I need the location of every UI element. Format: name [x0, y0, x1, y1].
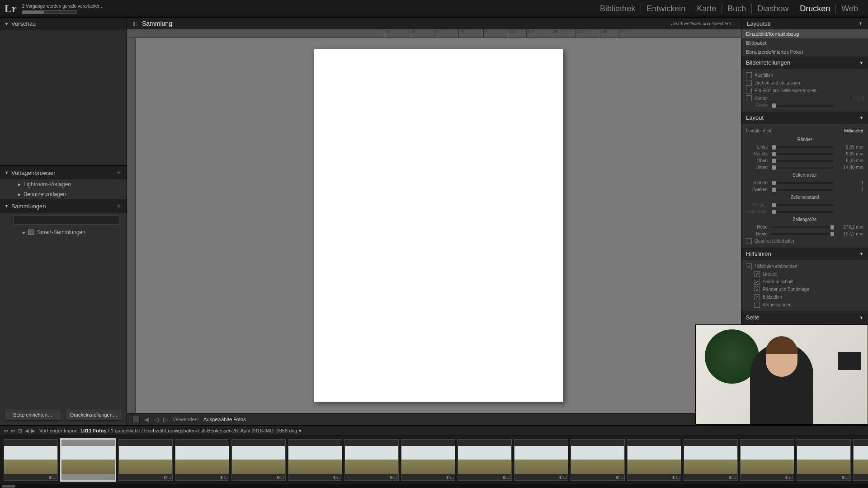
- progress-indicator: 2 Vorgänge werden gerade verarbeitet…: [22, 4, 104, 14]
- module-book[interactable]: Buch: [722, 4, 751, 14]
- module-map[interactable]: Karte: [691, 4, 722, 14]
- rows-slider[interactable]: [770, 182, 834, 184]
- use-label: Verwenden:: [173, 417, 199, 422]
- create-saved-print-button[interactable]: Druck erstellen und speichern…: [671, 21, 736, 26]
- thumbnail[interactable]: ◐▢: [458, 439, 512, 481]
- grid-view-icon[interactable]: ⊞: [18, 428, 22, 434]
- thumbnail[interactable]: ◐▢: [740, 439, 794, 481]
- guide-cells-checkbox[interactable]: Bildzellen: [746, 293, 863, 301]
- cell-spacing-subheader: Zellenabstand: [746, 193, 863, 202]
- page-grid-subheader: Seitenraster: [746, 171, 863, 179]
- use-value[interactable]: Ausgewählte Fotos: [203, 417, 246, 422]
- add-collection-icon[interactable]: ＋: [116, 202, 122, 210]
- spacing-vert-slider: [770, 204, 834, 206]
- style-single-contact[interactable]: Einzelbild/Kontaktabzug: [741, 29, 868, 38]
- thumbnail[interactable]: ◐▢: [231, 439, 286, 481]
- tree-item-smart-collections[interactable]: ▸ Smart-Sammlungen: [0, 227, 127, 237]
- page-section-header[interactable]: Seite▼: [741, 311, 868, 324]
- guide-margins-checkbox[interactable]: Ränder und Bundstege: [746, 286, 863, 293]
- thumbnail[interactable]: ◐▢: [60, 438, 116, 482]
- module-slideshow[interactable]: Diashow: [751, 4, 794, 14]
- smart-collection-icon: [28, 230, 34, 235]
- add-template-icon[interactable]: ＋: [116, 169, 122, 177]
- style-custom-package[interactable]: Benutzerdefiniertes Paket: [741, 47, 868, 56]
- style-picture-package[interactable]: Bildpaket: [741, 38, 868, 47]
- thumbnail[interactable]: ◐▢: [797, 439, 851, 481]
- margin-right-slider[interactable]: [770, 153, 834, 155]
- horizontal-ruler: 10 30 50 70 90 110 125 145 165 185 200: [127, 29, 741, 38]
- tree-item-lightroom-templates[interactable]: ▸Lightroom-Vorlagen: [0, 179, 127, 189]
- image-settings-header[interactable]: Bildeinstellungen▼: [741, 56, 868, 69]
- keep-square-checkbox[interactable]: Quadrat beibehalten: [746, 237, 863, 245]
- module-web[interactable]: Web: [835, 4, 863, 14]
- next-page-icon[interactable]: ▷: [163, 416, 168, 423]
- page-setup-button[interactable]: Seite einrichten…: [5, 409, 61, 421]
- disclosure-icon: ▼: [5, 204, 9, 208]
- chevron-right-icon: ▸: [23, 229, 25, 235]
- next-icon[interactable]: ▶: [31, 428, 35, 434]
- stroke-border-checkbox[interactable]: Kontur: [746, 94, 863, 102]
- first-page-icon[interactable]: ◀: [144, 416, 149, 423]
- tree-item-user-templates[interactable]: ▸Benutzervorlagen: [0, 189, 127, 199]
- thumbnail[interactable]: ◐▢: [175, 439, 229, 481]
- guide-dimensions-checkbox[interactable]: Abmessungen: [746, 301, 863, 309]
- rotate-to-fit-checkbox[interactable]: Drehen und einpassen: [746, 79, 863, 87]
- stroke-color-swatch[interactable]: [852, 96, 863, 101]
- filmstrip-path[interactable]: Vorheriger Import 1011 Fotos / 1 ausgewä…: [39, 428, 302, 434]
- collections-header[interactable]: ▼ Sammlungen ＋: [0, 199, 127, 213]
- margin-bottom-slider[interactable]: [770, 167, 834, 169]
- prev-icon[interactable]: ◀: [25, 428, 28, 434]
- disclosure-icon: ▼: [859, 61, 863, 65]
- preview-header[interactable]: ▼ Vorschau: [0, 18, 127, 30]
- ruler-unit-select[interactable]: Millimeter: [844, 128, 863, 133]
- thumbnail[interactable]: ◐▢: [344, 439, 399, 481]
- cell-width-slider[interactable]: [770, 233, 834, 235]
- layout-style-header[interactable]: Layoutstil▼: [741, 18, 868, 29]
- thumbnail[interactable]: ◐▢: [684, 439, 738, 481]
- thumbnail[interactable]: ◐▢: [118, 439, 173, 481]
- module-picker: Bibliothek Entwickeln Karte Buch Diashow…: [594, 4, 863, 14]
- module-library[interactable]: Bibliothek: [594, 4, 641, 14]
- module-print[interactable]: Drucken: [794, 4, 835, 14]
- second-display-icon[interactable]: ▭: [11, 428, 15, 434]
- layout-header[interactable]: Layout▼: [741, 112, 868, 124]
- zoom-to-fill-checkbox[interactable]: Ausfüllen: [746, 71, 863, 79]
- thumbnail[interactable]: ◐▢: [4, 439, 58, 481]
- cell-height-slider[interactable]: [770, 226, 834, 228]
- prev-page-icon[interactable]: ◁: [154, 416, 159, 423]
- repeat-photo-checkbox[interactable]: Ein Foto pro Seite wiederholen: [746, 87, 863, 94]
- print-settings-button[interactable]: Druckeinstellungen…: [66, 409, 122, 421]
- thumbnail[interactable]: ◐▢: [853, 439, 868, 481]
- disclosure-icon: ▼: [859, 21, 863, 26]
- chevron-right-icon: ▸: [18, 191, 21, 197]
- thumbnail[interactable]: ◐▢: [514, 439, 568, 481]
- cell-size-subheader: Zellengröße: [746, 215, 863, 224]
- margin-top-slider[interactable]: [770, 160, 834, 162]
- show-guides-checkbox[interactable]: Hilfslinien einblenden: [746, 263, 863, 270]
- print-page[interactable]: [314, 49, 563, 402]
- filmstrip-thumbs[interactable]: ◐▢ ◐▢ ◐▢ ◐▢ ◐▢ ◐▢ ◐▢ ◐▢ ◐▢ ◐▢ ◐▢ ◐▢ ◐▢ ◐…: [0, 436, 868, 484]
- thumbnail[interactable]: ◐▢: [288, 439, 342, 481]
- template-browser-header[interactable]: ▼ Vorlagenbrowser ＋: [0, 166, 127, 179]
- filmstrip-scrollbar[interactable]: [0, 484, 868, 488]
- collection-filter-input[interactable]: [14, 216, 119, 225]
- canvas-toolbar: ◀ ◁ ▷ Verwenden: Ausgewählte Fotos: [127, 413, 741, 425]
- margin-left-slider[interactable]: [770, 146, 834, 148]
- print-canvas[interactable]: [136, 38, 741, 413]
- view-mode-icon[interactable]: [132, 416, 140, 423]
- thumbnail[interactable]: ◐▢: [401, 439, 455, 481]
- center-canvas-area: ◧ Sammlung Druck erstellen und speichern…: [127, 18, 741, 425]
- thumbnail[interactable]: ◐▢: [571, 439, 625, 481]
- vertical-ruler: [127, 38, 136, 413]
- guide-rulers-checkbox[interactable]: Lineale: [746, 270, 863, 278]
- stroke-width-slider[interactable]: [770, 105, 834, 107]
- main-display-icon[interactable]: ▭: [4, 428, 8, 434]
- guides-header[interactable]: Hilfslinien▼: [741, 248, 868, 260]
- use-saved-icon[interactable]: ◧: [132, 20, 137, 27]
- guide-bleed-checkbox[interactable]: Seitenanschnitt: [746, 278, 863, 286]
- thumbnail[interactable]: ◐▢: [627, 439, 681, 481]
- module-develop[interactable]: Entwickeln: [641, 4, 691, 14]
- disclosure-icon: ▼: [859, 315, 863, 320]
- clapperboard-icon: [838, 352, 861, 370]
- cols-slider[interactable]: [770, 189, 834, 191]
